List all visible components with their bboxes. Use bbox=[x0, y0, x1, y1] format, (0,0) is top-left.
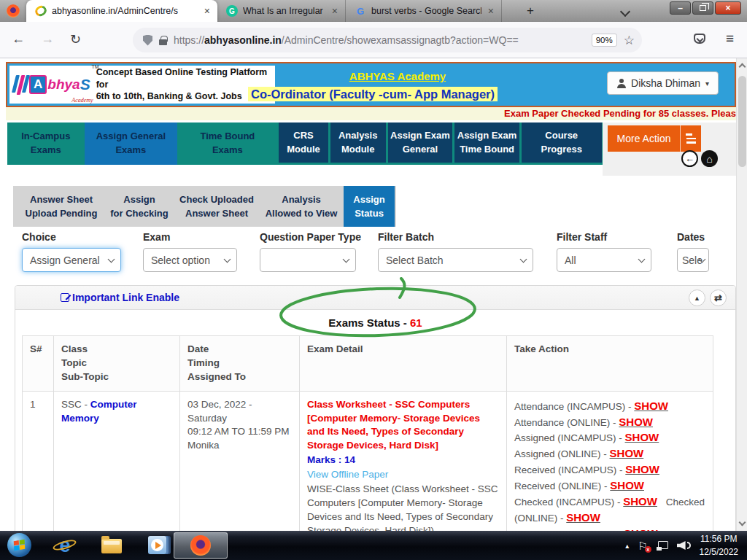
tab-favicon bbox=[34, 4, 49, 18]
action-item: Assigned (ONLINE) - SHOW bbox=[514, 448, 643, 459]
nav-tab[interactable]: CRS Module bbox=[279, 122, 328, 163]
refresh-button[interactable]: ↻ bbox=[70, 31, 81, 47]
nav-tab[interactable]: Course Progress bbox=[522, 122, 602, 163]
sub-tab[interactable]: Assign Status bbox=[344, 186, 395, 227]
minimize-button[interactable]: – bbox=[670, 1, 691, 15]
filter-select[interactable]: Assign General bbox=[22, 248, 121, 272]
file-explorer-icon[interactable] bbox=[101, 539, 122, 553]
sub-tab[interactable]: Analysis Allowed to View bbox=[259, 186, 344, 227]
show-link[interactable]: SHOW bbox=[625, 463, 659, 475]
browser-tab[interactable]: G burst verbs - Google Search × bbox=[346, 0, 502, 22]
back-button[interactable]: ← bbox=[12, 31, 25, 47]
cell-date: 03 Dec, 2022 - Saturday 09:12 AM TO 11:5… bbox=[180, 391, 300, 531]
page-scrollbar[interactable] bbox=[736, 58, 747, 531]
sub-tab[interactable]: Answer Sheet Upload Pending bbox=[18, 186, 104, 227]
user-menu-button[interactable]: Diksha Dhiman ▾ bbox=[607, 71, 719, 95]
filter-label: Exam bbox=[143, 231, 237, 243]
url-text[interactable]: https://abhyasonline.in/AdminCentre/show… bbox=[174, 34, 585, 46]
action-label: Received (ONLINE) - bbox=[514, 481, 610, 491]
browser-tab[interactable]: abhyasonline.in/AdminCentre/s × bbox=[26, 0, 217, 22]
filter-select[interactable]: Select option bbox=[143, 248, 237, 272]
swap-arrows-button[interactable]: ⇄ bbox=[710, 289, 727, 306]
show-link[interactable]: SHOW bbox=[619, 416, 653, 428]
sub-tab[interactable]: Assign for Checking bbox=[104, 186, 174, 227]
tray-expand-icon[interactable]: ▴ bbox=[625, 542, 629, 550]
filter-select[interactable]: All bbox=[557, 248, 651, 272]
list-all-tabs-icon[interactable] bbox=[620, 7, 630, 17]
view-offline-paper-link[interactable]: View Offline Paper bbox=[307, 468, 499, 482]
page-viewport: A bhya S Academy TM Concept Based Online… bbox=[0, 58, 747, 531]
firefox-window-icon bbox=[7, 4, 20, 18]
sub-tab[interactable]: Check Uploaded Answer Sheet bbox=[174, 186, 259, 227]
action-item: Received (ONLINE) - SHOW bbox=[514, 481, 644, 491]
browser-toolbar: ← → ↻ https://abhyasonline.in/AdminCentr… bbox=[0, 22, 747, 58]
chevron-down-icon bbox=[108, 256, 115, 263]
nav-tab[interactable]: Assign Exam General bbox=[388, 122, 453, 163]
scroll-down-icon[interactable] bbox=[739, 519, 746, 526]
show-link[interactable]: SHOW bbox=[610, 479, 644, 491]
nav-tab[interactable]: Assign Exam Time Bound bbox=[454, 122, 519, 163]
media-player-icon[interactable] bbox=[148, 536, 166, 554]
scrollbar-thumb[interactable] bbox=[738, 76, 746, 167]
firefox-taskbar-button[interactable] bbox=[174, 532, 228, 559]
important-link-enable[interactable]: Important Link Enable bbox=[61, 292, 179, 303]
tab-title: abhyasonline.in/AdminCentre/s bbox=[52, 6, 198, 16]
action-label: Assigned (ONLINE) - bbox=[514, 448, 610, 459]
show-link[interactable]: SHOW bbox=[625, 431, 659, 443]
show-link[interactable]: SHOW bbox=[623, 495, 657, 508]
brand-title[interactable]: ABHYAS Academy bbox=[277, 70, 518, 82]
zoom-level-badge[interactable]: 90% bbox=[592, 34, 617, 47]
nav-tab[interactable]: In-Campus Exams bbox=[7, 122, 85, 165]
network-icon[interactable] bbox=[657, 541, 668, 551]
pocket-icon[interactable] bbox=[694, 34, 705, 44]
more-action-button[interactable]: More Action bbox=[608, 125, 701, 152]
new-tab-button[interactable]: + bbox=[522, 3, 538, 19]
filter-group: Exam Select option bbox=[143, 231, 237, 272]
exam-title: Class Worksheet - SSC Computers [Compute… bbox=[307, 398, 499, 454]
play-circle-icon bbox=[151, 539, 163, 551]
action-center-flag-icon[interactable]: ⚐x bbox=[638, 540, 647, 551]
tracking-shield-icon[interactable] bbox=[143, 35, 152, 46]
filter-select[interactable] bbox=[260, 248, 356, 272]
more-action-label: More Action bbox=[608, 133, 680, 144]
filter-select[interactable]: Select Batch bbox=[378, 248, 533, 272]
cell-sn: 1 bbox=[23, 391, 54, 531]
filter-label: Question Paper Type bbox=[260, 231, 361, 243]
browser-tab[interactable]: G What Is an Irregular Verb? Examp × bbox=[217, 0, 346, 22]
taskbar-clock[interactable]: 11:56 PM 12/5/2022 bbox=[700, 532, 743, 559]
tab-title: What Is an Irregular Verb? Examp bbox=[243, 6, 325, 16]
show-link[interactable]: SHOW bbox=[610, 447, 644, 459]
https-lock-icon[interactable] bbox=[159, 39, 167, 45]
site-header: A bhya S Academy TM Concept Based Online… bbox=[6, 62, 736, 107]
nav-tab[interactable]: Time Bound Exams bbox=[177, 122, 277, 165]
restore-button[interactable] bbox=[692, 1, 713, 15]
alert-badge: x bbox=[645, 546, 651, 553]
collapse-button[interactable]: ▲ bbox=[689, 289, 705, 306]
menu-hamburger-icon[interactable]: ≡ bbox=[726, 31, 734, 47]
bookmark-star-icon[interactable]: ☆ bbox=[624, 33, 635, 48]
filter-select[interactable]: Sele bbox=[677, 248, 709, 272]
home-button[interactable]: ⌂ bbox=[701, 150, 718, 167]
address-bar[interactable]: https://abhyasonline.in/AdminCentre/show… bbox=[133, 28, 642, 52]
action-item: Attendance (INCAMPUS) - SHOW bbox=[514, 401, 668, 412]
page-back-button[interactable]: ← bbox=[681, 150, 698, 167]
nav-tab[interactable]: Assign General Exams bbox=[85, 122, 178, 165]
forward-button[interactable]: → bbox=[41, 31, 54, 47]
scroll-up-icon[interactable] bbox=[739, 63, 746, 71]
nav-tab[interactable]: Analysis Module bbox=[330, 122, 386, 163]
start-button[interactable] bbox=[7, 533, 31, 557]
select-value: Select option bbox=[151, 254, 210, 266]
table-row: 1 SSC - Computer Memory 03 Dec, 2022 - S… bbox=[23, 391, 713, 531]
tab-close-icon[interactable]: × bbox=[487, 5, 495, 17]
show-link[interactable]: SHOW bbox=[566, 511, 600, 524]
action-item: Attendance (ONLINE) - SHOW bbox=[514, 417, 653, 428]
show-link[interactable]: SHOW bbox=[634, 400, 668, 412]
tab-favicon: G bbox=[355, 5, 366, 17]
tab-close-icon[interactable]: × bbox=[330, 5, 339, 17]
close-button[interactable]: × bbox=[715, 1, 741, 15]
internet-explorer-icon[interactable]: e bbox=[54, 534, 76, 556]
volume-icon[interactable] bbox=[677, 541, 691, 550]
cell-exam-detail: Class Worksheet - SSC Computers [Compute… bbox=[300, 391, 507, 531]
windows-taskbar: e ▴ ⚐x 11:56 PM 12/5/2022 bbox=[0, 531, 747, 560]
tab-close-icon[interactable]: × bbox=[203, 5, 212, 17]
